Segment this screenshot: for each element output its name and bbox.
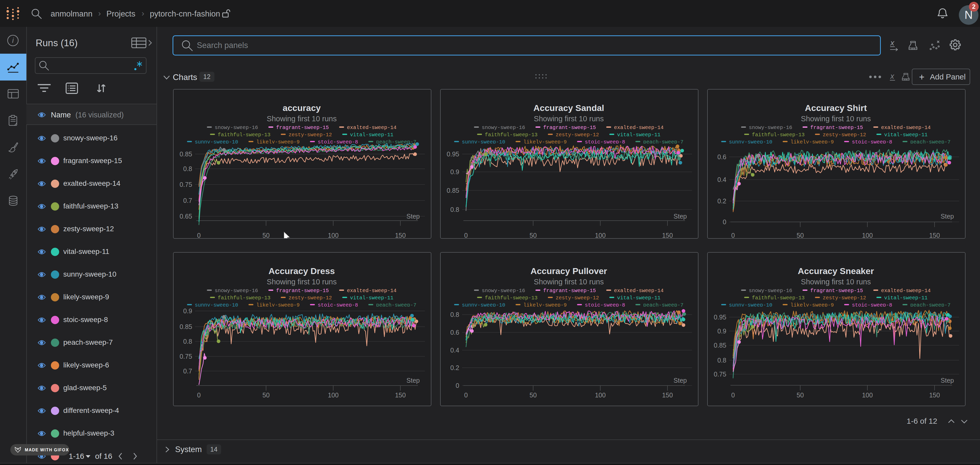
svg-text:100: 100 [595,232,606,239]
svg-text:150: 150 [929,392,940,399]
svg-text:100: 100 [328,232,339,239]
svg-text:x: x [890,39,894,47]
svg-text:150: 150 [929,232,940,239]
svg-text:0.8: 0.8 [183,165,192,172]
svg-text:0: 0 [464,232,468,239]
svg-text:0.85: 0.85 [180,151,192,158]
svg-text:0.6: 0.6 [717,153,726,160]
svg-text:Step: Step [407,377,420,384]
svg-text:0.4: 0.4 [450,346,459,354]
svg-text:0.8: 0.8 [450,311,459,318]
svg-text:100: 100 [595,392,606,399]
svg-text:0.9: 0.9 [183,307,192,314]
svg-text:0: 0 [464,392,468,399]
svg-text:0.9: 0.9 [450,168,459,176]
svg-text:0.95: 0.95 [714,314,726,321]
svg-text:0: 0 [731,392,735,399]
svg-text:0.8: 0.8 [183,338,192,345]
svg-text:i: i [12,37,14,44]
svg-text:Step: Step [941,213,954,220]
svg-text:Step: Step [674,213,687,220]
svg-text:50: 50 [262,232,270,239]
svg-text:50: 50 [797,392,804,399]
svg-text:0.2: 0.2 [450,364,459,371]
svg-text:150: 150 [395,392,406,399]
svg-text:0: 0 [197,392,201,399]
svg-text:Step: Step [407,213,420,220]
svg-text:50: 50 [530,392,537,399]
svg-text:0.85: 0.85 [714,342,726,349]
svg-text:Step: Step [674,377,687,384]
svg-text:0.6: 0.6 [450,329,459,336]
svg-text:0.85: 0.85 [447,187,459,194]
svg-text:100: 100 [862,232,873,239]
svg-text:50: 50 [262,392,270,399]
svg-text:0.7: 0.7 [183,197,192,204]
svg-text:0.7: 0.7 [183,367,192,375]
svg-text:50: 50 [530,232,537,239]
svg-text:0.8: 0.8 [717,357,726,364]
svg-text:100: 100 [862,392,873,399]
svg-text:0.95: 0.95 [447,151,459,158]
svg-text:0.9: 0.9 [717,327,726,335]
svg-text:0.85: 0.85 [180,323,192,330]
svg-text:0.75: 0.75 [180,353,192,360]
svg-text:0.2: 0.2 [717,197,726,205]
svg-text:50: 50 [797,232,804,239]
svg-text:0.75: 0.75 [714,371,726,378]
svg-text:0.4: 0.4 [717,176,726,183]
svg-text:0: 0 [723,218,726,225]
svg-text:150: 150 [395,232,406,239]
svg-text:0: 0 [197,232,201,239]
svg-text:0.75: 0.75 [180,181,192,188]
svg-text:0: 0 [456,382,459,389]
svg-text:x: x [890,72,894,80]
svg-text:150: 150 [662,232,673,239]
svg-text:150: 150 [662,392,673,399]
svg-text:100: 100 [328,392,339,399]
svg-text:0.8: 0.8 [450,206,459,213]
svg-text:0: 0 [731,232,735,239]
svg-text:Step: Step [941,377,954,384]
svg-text:0.65: 0.65 [180,213,192,220]
